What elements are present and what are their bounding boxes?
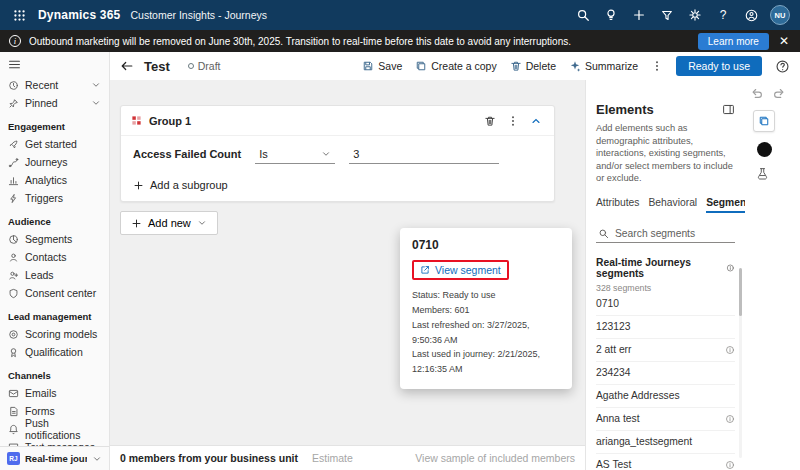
sidebar-item-analytics[interactable]: Analytics [0, 171, 109, 189]
notification-banner: i Outbound marketing will be removed on … [0, 30, 800, 52]
copy-icon [758, 115, 770, 127]
app-launcher-waffle-icon[interactable] [10, 6, 28, 24]
sidebar-item-recent[interactable]: Recent [0, 76, 109, 94]
command-bar: Test Draft Save Create a copy Delete [110, 52, 800, 80]
create-copy-button[interactable]: Create a copy [415, 60, 496, 72]
brand-title[interactable]: Dynamics 365 [38, 8, 120, 22]
chevron-down-icon[interactable] [91, 80, 101, 90]
black-circle-icon[interactable] [757, 142, 772, 157]
help-panel-icon[interactable] [775, 59, 790, 74]
status-badge: Draft [188, 60, 221, 72]
undo-redo-group [748, 84, 800, 102]
segment-list-item[interactable]: Agathe Addresses [596, 385, 735, 408]
sidebar-section-lead-management: Lead management [0, 302, 109, 325]
sidebar-item-pinned[interactable]: Pinned [0, 94, 109, 112]
help-question-icon[interactable]: ? [714, 6, 732, 24]
back-arrow-icon[interactable] [120, 59, 134, 73]
sidebar-collapse-button[interactable] [0, 52, 109, 76]
sidebar-item-get-started[interactable]: Get started [0, 135, 109, 153]
tab-behavioral[interactable]: Behavioral [649, 197, 698, 213]
envelope-icon [8, 388, 19, 399]
summarize-button[interactable]: Summarize [569, 60, 638, 72]
search-icon[interactable] [574, 6, 592, 24]
sidebar-item-segments[interactable]: Segments [0, 230, 109, 248]
status-label: Draft [198, 60, 221, 72]
save-button[interactable]: Save [362, 60, 402, 72]
sidebar-item-label: Forms [25, 405, 55, 417]
panel-toggle-icon[interactable] [722, 103, 735, 116]
flyout-metadata: Status: Ready to use Members: 601 Last r… [412, 288, 560, 377]
info-icon[interactable] [725, 460, 735, 470]
segment-list-item[interactable]: 2 att err [596, 339, 735, 362]
add-new-button[interactable]: Add new [120, 211, 218, 235]
info-icon[interactable] [725, 414, 735, 424]
redo-icon[interactable] [770, 84, 788, 102]
sidebar-item-label: Contacts [25, 251, 66, 263]
group-more-icon[interactable] [505, 113, 521, 129]
plus-icon [131, 218, 142, 229]
pie-segment-icon [8, 234, 19, 245]
lightbulb-icon[interactable] [602, 6, 620, 24]
add-subgroup-button[interactable]: Add a subgroup [121, 174, 554, 201]
sidebar-item-label: Emails [25, 387, 57, 399]
segment-list-item[interactable]: 234234 [596, 362, 735, 385]
segment-list-item[interactable]: AS Test [596, 454, 735, 470]
undo-icon[interactable] [748, 84, 766, 102]
summarize-label: Summarize [585, 60, 638, 72]
segment-search-input[interactable] [615, 228, 733, 239]
sidebar-item-emails[interactable]: Emails [0, 384, 109, 402]
sidebar-item-label: Journeys [25, 156, 68, 168]
copy-tool-button[interactable] [753, 110, 775, 132]
segment-flyout-card: 0710 View segment Status: Ready to use M… [400, 228, 572, 389]
segment-list-item[interactable]: arianga_testsegment [596, 431, 735, 454]
segments-scrollbar-track[interactable] [739, 268, 742, 458]
sidebar-item-consent-center[interactable]: Consent center [0, 284, 109, 302]
learn-more-button[interactable]: Learn more [698, 33, 769, 50]
person-plus-icon [8, 270, 19, 281]
chevron-down-icon[interactable] [91, 98, 101, 108]
sidebar-item-qualification[interactable]: Qualification [0, 343, 109, 361]
segment-name: Anna test [596, 413, 640, 424]
sidebar-item-scoring-models[interactable]: Scoring models [0, 325, 109, 343]
more-commands-button[interactable] [651, 60, 663, 72]
area-switcher[interactable]: RJ Real-time journeys [0, 446, 109, 470]
command-actions: Save Create a copy Delete Summarize [362, 56, 790, 76]
view-segment-link[interactable]: View segment [420, 264, 501, 276]
estimate-button[interactable]: Estimate [312, 452, 353, 464]
view-segment-label: View segment [435, 264, 501, 276]
elements-panel-header: Elements [596, 102, 735, 117]
sidebar-item-triggers[interactable]: Triggers [0, 189, 109, 207]
segment-search-field[interactable] [596, 225, 735, 243]
create-copy-label: Create a copy [431, 60, 496, 72]
segments-scrollbar-thumb[interactable] [739, 268, 742, 316]
segment-builder-canvas: Group 1 Access Failed Count Is Ad [110, 80, 585, 470]
area-label: Real-time journeys [25, 453, 87, 464]
quick-create-plus-icon[interactable] [630, 6, 648, 24]
ribbon-icon [8, 347, 19, 358]
target-icon [8, 329, 19, 340]
segment-list-item[interactable]: Anna test [596, 408, 735, 431]
group-collapse-chevron-icon[interactable] [528, 113, 544, 129]
user-avatar[interactable]: NU [770, 5, 790, 25]
settings-gear-icon[interactable] [686, 6, 704, 24]
feedback-person-icon[interactable] [742, 6, 760, 24]
sidebar-item-journeys[interactable]: Journeys [0, 153, 109, 171]
banner-close-icon[interactable]: ✕ [777, 34, 791, 48]
clock-icon [8, 80, 19, 91]
condition-value-input[interactable] [349, 145, 499, 164]
operator-dropdown[interactable]: Is [255, 145, 335, 164]
info-icon[interactable] [725, 345, 735, 355]
sidebar-item-leads[interactable]: Leads [0, 266, 109, 284]
ready-to-use-button[interactable]: Ready to use [676, 56, 762, 76]
sidebar-item-push-notifications[interactable]: Push notifications [0, 420, 109, 438]
filter-icon[interactable] [658, 6, 676, 24]
tab-attributes[interactable]: Attributes [596, 197, 640, 213]
segment-list-item[interactable]: 0710 [596, 293, 735, 316]
sidebar-item-contacts[interactable]: Contacts [0, 248, 109, 266]
delete-button[interactable]: Delete [510, 60, 556, 72]
view-sample-link[interactable]: View sample of included members [415, 452, 575, 464]
beaker-icon[interactable] [756, 167, 769, 180]
segment-list-item[interactable]: 123123 [596, 316, 735, 339]
app-name[interactable]: Customer Insights - Journeys [130, 9, 267, 21]
group-delete-icon[interactable] [482, 113, 498, 129]
